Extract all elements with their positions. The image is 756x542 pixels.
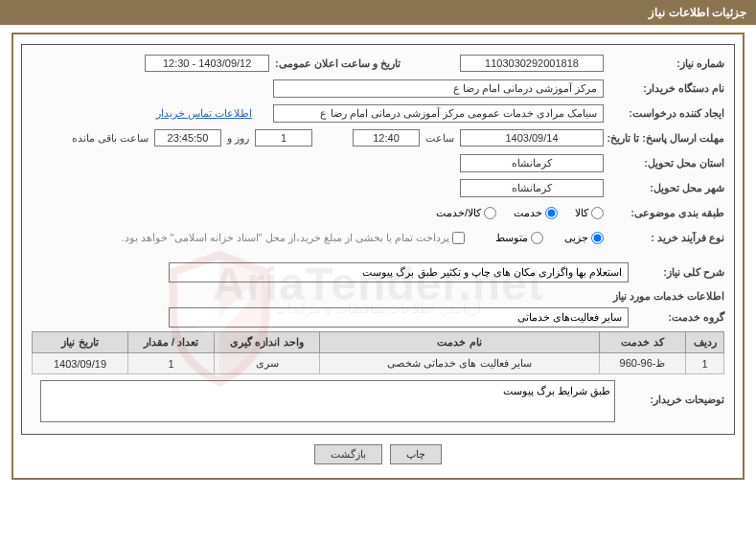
lbl-days-and: روز و <box>227 132 249 145</box>
fld-province: کرمانشاه <box>460 154 604 172</box>
outer-frame: شماره نیاز: 1103030292001818 تاریخ و ساع… <box>11 33 745 480</box>
subject-class-option-2[interactable]: کالا/خدمت <box>436 207 496 219</box>
table-row: 1 ظ-96-960 سایر فعالیت های خدماتی شخصی س… <box>33 353 724 374</box>
row-buyer-org: نام دستگاه خریدار: مرکز آموزشی درمانی ام… <box>32 78 724 99</box>
radio-kala[interactable] <box>591 207 604 219</box>
lbl-subject-class: طبقه بندی موضوعی: <box>609 207 724 219</box>
row-province: استان محل تحویل: کرمانشاه <box>32 152 724 173</box>
fld-buyer-notes: طبق شرایط برگ پیوست <box>40 380 615 422</box>
lbl-creator: ایجاد کننده درخواست: <box>609 107 724 120</box>
watermark-shield-icon <box>157 249 282 388</box>
cell-name: سایر فعالیت های خدماتی شخصی <box>320 353 600 374</box>
page-header: جزئیات اطلاعات نیاز <box>0 0 756 25</box>
services-info-title: اطلاعات خدمات مورد نیاز <box>32 290 724 303</box>
fld-need-number: 1103030292001818 <box>460 55 604 72</box>
lbl-service-group: گروه خدمت: <box>642 311 724 324</box>
row-purchase-type: نوع فرآیند خرید : جزیی متوسط پرداخت تمام… <box>32 227 724 248</box>
purchase-type-option-1[interactable]: متوسط <box>495 232 543 244</box>
lbl-deadline: مهلت ارسال پاسخ: تا تاریخ: <box>609 132 724 145</box>
col-idx: ردیف <box>686 332 724 353</box>
radio-minor[interactable] <box>591 232 604 244</box>
page-title: جزئیات اطلاعات نیاز <box>649 6 746 19</box>
col-code: کد خدمت <box>600 332 686 353</box>
radio-kala-khedmat[interactable] <box>484 207 496 219</box>
treasury-checkbox-row[interactable]: پرداخت تمام یا بخشی از مبلغ خرید،از محل … <box>121 232 465 244</box>
col-date: تاریخ نیاز <box>33 332 128 353</box>
treasury-checkbox[interactable] <box>452 232 465 244</box>
details-panel: شماره نیاز: 1103030292001818 تاریخ و ساع… <box>21 44 735 435</box>
treasury-note: پرداخت تمام یا بخشی از مبلغ خرید،از محل … <box>121 232 449 244</box>
cell-code: ظ-96-960 <box>600 353 686 374</box>
cell-idx: 1 <box>686 353 724 374</box>
row-subject-class: طبقه بندی موضوعی: کالا خدمت کالا/خدمت <box>32 202 724 223</box>
services-grid: ردیف کد خدمت نام خدمت واحد اندازه گیری ت… <box>32 331 724 374</box>
fld-city: کرمانشاه <box>460 179 604 197</box>
radio-medium[interactable] <box>531 232 543 244</box>
back-button[interactable]: بازگشت <box>314 444 382 464</box>
lbl-buyer-notes: توضیحات خریدار: <box>629 380 724 406</box>
purchase-type-option-0[interactable]: جزیی <box>564 232 604 244</box>
lbl-need-desc: شرح کلی نیاز: <box>642 266 724 279</box>
button-bar: چاپ بازگشت <box>13 444 743 464</box>
fld-deadline-date: 1403/09/14 <box>460 129 604 147</box>
lbl-time: ساعت <box>425 132 454 145</box>
fld-announce-date: 1403/09/12 - 12:30 <box>145 55 269 72</box>
row-city: شهر محل تحویل: کرمانشاه <box>32 177 724 198</box>
row-deadline: مهلت ارسال پاسخ: تا تاریخ: 1403/09/14 سا… <box>32 127 724 148</box>
lbl-purchase-type: نوع فرآیند خرید : <box>609 232 724 244</box>
cell-date: 1403/09/19 <box>33 353 128 374</box>
fld-buyer-org: مرکز آموزشی درمانی امام رضا ع <box>273 79 604 98</box>
fld-remain-hms: 23:45:50 <box>154 129 221 147</box>
row-creator: ایجاد کننده درخواست: سیامک مرادی خدمات ع… <box>32 102 724 124</box>
fld-creator: سیامک مرادی خدمات عمومی مرکز آموزشی درما… <box>273 104 604 123</box>
lbl-need-number: شماره نیاز: <box>609 57 724 70</box>
contact-buyer-link[interactable]: اطلاعات تماس خریدار <box>156 107 252 120</box>
lbl-time-remain: ساعت باقی مانده <box>72 132 149 145</box>
lbl-buyer-org: نام دستگاه خریدار: <box>609 82 724 95</box>
fld-deadline-time: 12:40 <box>353 129 420 147</box>
subject-class-option-0[interactable]: کالا <box>575 207 604 219</box>
subject-class-option-1[interactable]: خدمت <box>514 207 558 219</box>
radio-khedmat[interactable] <box>545 207 558 219</box>
lbl-city: شهر محل تحویل: <box>609 182 724 194</box>
col-name: نام خدمت <box>320 332 600 353</box>
grid-header-row: ردیف کد خدمت نام خدمت واحد اندازه گیری ت… <box>33 332 724 353</box>
row-need-number: شماره نیاز: 1103030292001818 تاریخ و ساع… <box>32 53 724 74</box>
lbl-announce-date: تاریخ و ساعت اعلان عمومی: <box>275 57 401 70</box>
lbl-province: استان محل تحویل: <box>609 157 724 169</box>
print-button[interactable]: چاپ <box>390 444 442 464</box>
fld-remain-days: 1 <box>255 129 312 147</box>
